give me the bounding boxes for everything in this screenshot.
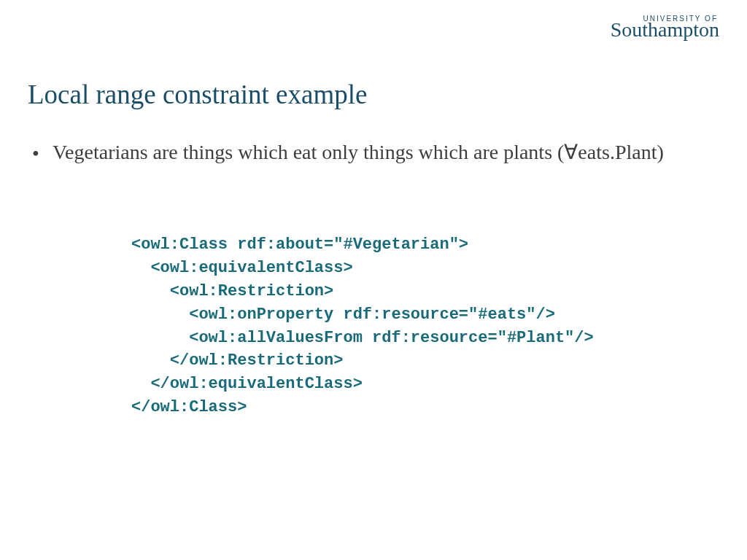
code-block: <owl:Class rdf:about="#Vegetarian"> <owl…: [131, 233, 594, 419]
university-logo: UNIVERSITY OF Southampton: [611, 15, 719, 40]
slide-title: Local range constraint example: [28, 79, 367, 110]
code-line: <owl:Class rdf:about="#Vegetarian">: [131, 233, 594, 257]
code-line: </owl:equivalentClass>: [131, 373, 594, 396]
code-line: <owl:onProperty rdf:resource="#eats"/>: [131, 303, 594, 327]
bullet-item: • Vegetarians are things which eat only …: [32, 139, 711, 168]
code-line: <owl:equivalentClass>: [131, 257, 594, 280]
code-line: </owl:Class>: [131, 396, 594, 419]
code-line: <owl:Restriction>: [131, 280, 594, 303]
code-line: </owl:Restriction>: [131, 349, 594, 373]
logo-main: Southampton: [611, 20, 719, 40]
bullet-marker: •: [32, 139, 53, 168]
code-line: <owl:allValuesFrom rdf:resource="#Plant"…: [131, 327, 594, 350]
bullet-list: • Vegetarians are things which eat only …: [32, 139, 711, 168]
bullet-text: Vegetarians are things which eat only th…: [53, 139, 664, 168]
